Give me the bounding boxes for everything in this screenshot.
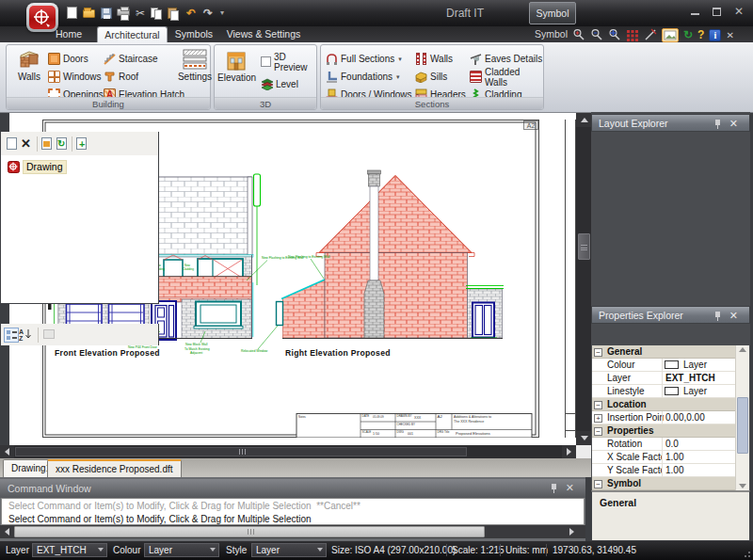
new-document-icon[interactable] [66,7,79,20]
sills-icon [415,71,427,83]
refresh-icon[interactable]: ↻ [683,28,693,41]
tab-home[interactable]: Home [45,26,92,42]
command-window-titlebar[interactable]: Command Window ✕ [0,479,585,498]
contextual-tab-group[interactable]: Symbol [529,2,576,24]
scroll-up-icon[interactable] [576,113,592,127]
ribbon-close-icon[interactable]: ✕ [726,30,733,40]
import-layout-icon[interactable] [40,136,55,152]
command-close-icon[interactable]: ✕ [566,483,574,493]
section-location[interactable]: −Location [592,398,749,411]
cmd-scroll-right-icon[interactable] [565,525,578,538]
level-button[interactable]: Level [261,76,298,92]
property-pages-icon[interactable] [42,328,57,343]
resize-grip[interactable] [742,549,751,558]
add-layout-icon[interactable]: + [74,136,89,152]
walls-button[interactable]: Walls [10,49,48,82]
cladded-walls-button[interactable]: Cladded Walls [470,69,543,85]
scroll-right-icon[interactable] [562,445,576,458]
level-icon [261,78,273,90]
layer-dropdown[interactable]: EXT_HTCH [32,543,107,557]
categorized-icon[interactable] [4,328,19,343]
copy-icon[interactable] [151,7,164,20]
properties-pin-icon[interactable] [714,311,722,321]
cmd-scroll-thumb[interactable] [14,526,485,537]
property-row-colour[interactable]: ColourLayer [592,359,749,372]
layout-item-drawing[interactable]: Drawing [8,160,67,174]
delete-layout-icon[interactable]: ✕ [20,136,35,152]
scroll-left-icon[interactable] [0,445,14,458]
refresh-layout-icon[interactable]: ↻ [55,136,70,152]
prop-scroll-thumb[interactable] [737,397,748,454]
settings-button[interactable]: Settings [176,49,214,82]
close-button[interactable]: ✕ [734,6,744,17]
command-history[interactable]: Select Command or Item(s) to Modify, Cli… [1,498,585,525]
properties-explorer-titlebar[interactable]: Properties Explorer ✕ [591,306,750,324]
style-dropdown[interactable]: Layer [251,543,327,557]
image-tool-icon[interactable] [662,28,679,42]
alphabetical-icon[interactable]: AZ [19,328,34,343]
undo-icon[interactable]: ↶ [184,7,198,20]
property-row-x-scale[interactable]: X Scale Factor1.00 [592,451,749,464]
qat-dropdown-icon[interactable]: ▾ [218,7,226,20]
sec-walls-button[interactable]: Walls [415,51,453,67]
sills-button[interactable]: Sills [415,69,447,85]
hscroll-thumb[interactable] [15,447,467,456]
tab-architectural[interactable]: Architectural [97,26,168,42]
layout-explorer-titlebar[interactable]: Layout Explorer ✕ [591,114,750,132]
pin-icon[interactable] [551,483,558,493]
minimize-button[interactable] [691,12,699,15]
foundations-button[interactable]: Foundations▾ [326,69,400,85]
section-symbol[interactable]: −Symbol [592,477,749,490]
redo-icon[interactable]: ↷ [201,7,215,20]
prop-scroll-up-icon[interactable] [739,347,746,352]
save-icon[interactable] [100,7,113,20]
tab-symbols[interactable]: Symbols [171,26,216,42]
windows-button[interactable]: Windows [48,69,102,85]
layout-pin-icon[interactable] [714,119,722,129]
property-row-layer[interactable]: LayerEXT_HTCH [592,372,749,385]
zoom-extents-icon[interactable] [608,28,621,41]
zoom-in-icon[interactable] [572,28,585,41]
command-scrollbar[interactable] [0,525,585,538]
prop-scroll-down-icon[interactable] [739,484,746,488]
properties-close-icon[interactable]: ✕ [729,311,738,321]
print-icon[interactable] [117,7,130,20]
properties-scrollbar[interactable] [735,345,749,490]
doors-button[interactable]: Doors [48,51,88,67]
canvas-vertical-scrollbar[interactable] [576,113,592,445]
layout-close-icon[interactable]: ✕ [729,119,738,129]
svg-text:New Block Wall: New Block Wall [185,343,208,346]
paste-icon[interactable] [168,7,181,20]
canvas-horizontal-scrollbar[interactable] [0,445,576,458]
eaves-details-button[interactable]: Eaves Details [470,51,542,67]
maximize-button[interactable] [713,8,721,16]
svg-text:Z: Z [19,335,24,341]
property-row-rotation[interactable]: Rotation0.0 [592,438,749,451]
staircase-button[interactable]: Staircase [104,51,158,67]
help-icon[interactable]: ? [697,28,704,41]
open-icon[interactable] [83,7,96,20]
preview-3d-checkbox[interactable]: 3D Preview [261,54,316,70]
section-general[interactable]: −General [592,345,749,359]
snap-icon[interactable] [644,28,657,41]
section-properties[interactable]: −Properties [592,424,749,438]
property-row-y-scale[interactable]: Y Scale Factor1.00 [592,464,749,477]
elevation-button[interactable]: Elevation [217,49,255,83]
cmd-scroll-left-icon[interactable] [0,525,13,538]
property-row-linestyle[interactable]: LinestyleLayer [592,385,749,398]
tab-residence-proposed[interactable]: xxx Residence Proposed.dft [47,459,182,477]
full-sections-button[interactable]: Full Sections▾ [326,51,402,67]
cut-icon[interactable]: ✂ [134,7,147,20]
grid-icon[interactable] [626,28,639,41]
scroll-down-icon[interactable] [576,431,592,445]
colour-dropdown[interactable]: Layer [144,543,219,557]
tab-symbol-context[interactable]: Symbol [535,26,568,42]
info-icon[interactable]: i [709,29,721,41]
title-block: Notes DATE 05.09.09 DRAWN BY XXX CHECKED… [296,414,532,439]
property-row-insertion-point[interactable]: +Insertion Point0.00,0.00 [592,411,749,424]
zoom-out-icon[interactable] [590,28,603,41]
tab-views-settings[interactable]: Views & Settings [224,26,303,42]
new-layout-icon[interactable] [5,136,20,152]
vscroll-thumb[interactable] [578,233,590,260]
roof-button[interactable]: Roof [104,69,138,85]
